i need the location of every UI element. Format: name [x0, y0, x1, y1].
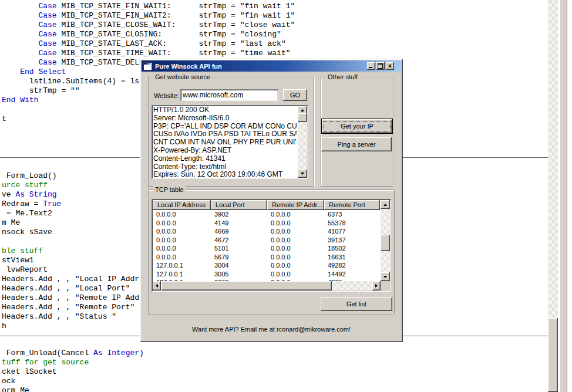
- code-line: tuff for get source: [2, 358, 548, 367]
- table-cell: 5101: [211, 244, 267, 253]
- close-button[interactable]: ×: [386, 62, 394, 70]
- ping-a-server-button[interactable]: Ping a server: [321, 137, 392, 151]
- code-line: Case MIB_TCP_STATE_FIN_WAIT1: strTmp = "…: [2, 2, 548, 11]
- table-cell: 5679: [211, 253, 267, 262]
- group-legend: TCP table: [153, 186, 186, 193]
- code-line: Case MIB_TCP_STATE_TIME_WAIT: strTmp = "…: [2, 49, 548, 58]
- table-cell: 0.0.0.0: [267, 236, 324, 245]
- group-legend: Other stuff: [326, 73, 359, 80]
- get-list-label: Get list: [346, 300, 366, 307]
- table-row[interactable]: 0.0.0.039020.0.0.06373: [153, 210, 381, 219]
- tcp-listview-header: Local IP AddressLocal PortRemote IP Addr…: [153, 200, 380, 210]
- table-cell: 4149: [211, 219, 267, 228]
- table-cell: 41077: [324, 227, 380, 236]
- code-line: Case MIB_TCP_STATE_CLOSE_WAIT: strTmp = …: [2, 21, 548, 30]
- form-icon: [143, 62, 152, 70]
- column-header-3[interactable]: Remote Port: [324, 200, 380, 210]
- editor-vscrollbar-thumb[interactable]: [548, 318, 558, 392]
- tcp-listview[interactable]: Local IP AddressLocal PortRemote IP Addr…: [152, 199, 391, 292]
- tcp-scroll-up-button[interactable]: [381, 200, 390, 209]
- table-cell: 0.0.0.0: [267, 244, 324, 253]
- winsock-dialog: Pure Winsock API fun × Get website sourc…: [140, 59, 403, 342]
- tcp-scroll-left-button[interactable]: [153, 281, 161, 290]
- minimize-icon: [369, 67, 372, 68]
- table-cell: 3004: [211, 261, 267, 270]
- code-line: Case MIB_TCP_STATE_CLOSING: strTmp = "cl…: [2, 30, 548, 39]
- arrow-left-icon: [156, 284, 158, 288]
- table-row[interactable]: 0.0.0.041490.0.0.055378: [153, 219, 381, 228]
- table-row[interactable]: 0.0.0.056790.0.0.016631: [153, 253, 381, 262]
- table-row[interactable]: 0.0.0.046720.0.0.039137: [153, 236, 381, 245]
- column-header-1[interactable]: Local Port: [211, 200, 267, 210]
- code-line: Form_Unload(Cancel As Integer): [2, 349, 548, 358]
- table-cell: 127.0.0.1: [153, 261, 211, 270]
- table-cell: 49282: [324, 261, 380, 270]
- table-cell: 39137: [324, 236, 380, 245]
- tcp-vscrollbar[interactable]: [381, 200, 390, 281]
- response-scroll-track[interactable]: [298, 114, 307, 170]
- arrow-up-icon: [301, 109, 304, 111]
- column-header-0[interactable]: Local IP Address: [153, 200, 211, 210]
- get-your-ip-label: Get your IP: [341, 123, 374, 130]
- response-scroll-down-button[interactable]: [298, 170, 307, 178]
- code-line: cket lSocket: [2, 367, 548, 377]
- table-cell: 3005: [211, 270, 267, 279]
- close-icon: ×: [386, 62, 394, 70]
- table-cell: 0.0.0.0: [267, 227, 324, 236]
- maximize-button[interactable]: [376, 62, 385, 70]
- screen: Case MIB_TCP_STATE_FIN_WAIT1: strTmp = "…: [0, 0, 572, 392]
- tcp-listview-inner: Local IP AddressLocal PortRemote IP Addr…: [153, 200, 390, 290]
- website-label: Website:: [154, 92, 179, 99]
- code-line: Case MIB_TCP_STATE_FIN_WAIT2: strTmp = "…: [2, 11, 548, 21]
- table-cell: 16631: [324, 253, 380, 262]
- code-line: ock: [2, 377, 548, 386]
- table-cell: 0.0.0.0: [267, 270, 324, 279]
- minimize-button[interactable]: [367, 62, 375, 70]
- tcp-scroll-down-button[interactable]: [381, 272, 390, 281]
- table-cell: 3902: [211, 210, 267, 219]
- arrow-down-icon: [383, 276, 387, 278]
- response-scroll-thumb[interactable]: [298, 113, 307, 122]
- table-cell: 0.0.0.0: [267, 261, 324, 270]
- tcp-listview-rows: 0.0.0.039020.0.0.063730.0.0.041490.0.0.0…: [153, 210, 381, 281]
- table-cell: 127.0.0.1: [153, 270, 211, 279]
- dialog-titlebar[interactable]: Pure Winsock API fun ×: [142, 60, 401, 72]
- table-row[interactable]: 127.0.0.130040.0.0.049282: [153, 261, 381, 270]
- group-legend: Get website source: [153, 73, 212, 80]
- window-edge: [560, 0, 567, 392]
- ping-a-server-label: Ping a server: [338, 141, 376, 148]
- table-cell: 0.0.0.0: [153, 253, 211, 262]
- table-cell: 55378: [324, 219, 380, 228]
- editor-vscrollbar[interactable]: [548, 0, 558, 392]
- response-box[interactable]: HTTP/1.0 200 OK Server: Microsoft-IIS/6.…: [152, 105, 308, 179]
- table-row[interactable]: 127.0.0.130050.0.0.014492: [153, 270, 381, 279]
- footer-text: Want more API? Email me at rconard@mikro…: [140, 326, 403, 333]
- column-header-2[interactable]: Remote IP Addr...: [267, 200, 324, 210]
- tcp-scroll-corner: [381, 281, 390, 290]
- table-cell: 6373: [324, 210, 380, 219]
- go-button-label: GO: [290, 92, 300, 99]
- table-cell: 4672: [211, 236, 267, 245]
- get-list-button[interactable]: Get list: [321, 297, 392, 311]
- code-line: Case MIB_TCP_STATE_LAST_ACK: strTmp = "l…: [2, 39, 548, 49]
- table-cell: 0.0.0.0: [153, 244, 211, 253]
- tcp-scroll-right-button[interactable]: [372, 281, 381, 290]
- tcp-hscrollbar[interactable]: [153, 281, 381, 290]
- website-input[interactable]: www.microsoft.com: [180, 89, 278, 101]
- code-line: orm Me: [2, 386, 548, 392]
- table-row[interactable]: 0.0.0.046690.0.0.041077: [153, 227, 381, 236]
- table-cell: 0.0.0.0: [267, 253, 324, 262]
- get-your-ip-button[interactable]: Get your IP: [321, 119, 393, 134]
- table-cell: 0.0.0.0: [153, 236, 211, 245]
- tcp-hscroll-thumb[interactable]: [161, 281, 332, 290]
- dialog-title: Pure Winsock API fun: [155, 63, 366, 70]
- arrow-right-icon: [375, 284, 378, 288]
- go-button[interactable]: GO: [283, 89, 307, 101]
- table-cell: 0.0.0.0: [267, 210, 324, 219]
- arrow-down-icon: [301, 173, 304, 175]
- arrow-up-icon: [383, 204, 387, 206]
- tcp-vscroll-thumb[interactable]: [381, 235, 390, 251]
- table-cell: 18502: [324, 244, 380, 253]
- table-row[interactable]: 0.0.0.051010.0.0.018502: [153, 244, 381, 253]
- table-cell: 0.0.0.0: [153, 210, 211, 219]
